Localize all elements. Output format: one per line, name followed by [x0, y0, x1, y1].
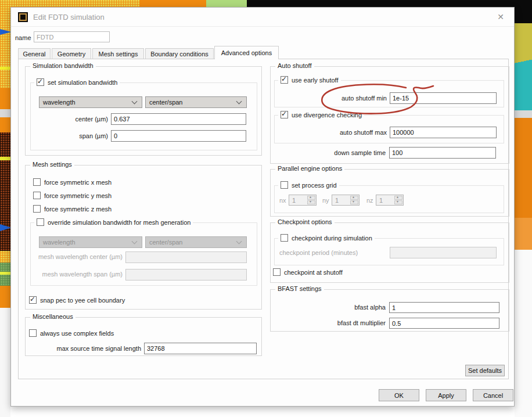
auto-shutoff-min-input[interactable]: [390, 92, 497, 104]
group-title: BFAST settings: [275, 285, 324, 292]
spin-up-icon[interactable]: [350, 196, 358, 200]
mesh-center-input[interactable]: [125, 251, 247, 263]
max-source-input[interactable]: [144, 343, 257, 354]
group-title: Parallel engine options: [275, 165, 344, 172]
force-symmetric-z-checkbox[interactable]: force symmetric z mesh: [33, 205, 112, 213]
cad-pattern-topleft: [0, 0, 139, 7]
auto-shutoff-max-label: auto shutoff max: [310, 129, 387, 136]
cad-left-strip-8: [0, 286, 10, 308]
tab-mesh-settings[interactable]: Mesh settings: [92, 48, 144, 59]
cad-yellow-line-1: [0, 67, 10, 70]
cad-left-strip-9: [0, 308, 10, 417]
checkpoint-period-input[interactable]: [390, 247, 497, 258]
spin-down-icon[interactable]: [350, 200, 358, 204]
mesh-span-input[interactable]: [125, 269, 247, 281]
use-divergence-box: use divergence checking auto shutoff max: [274, 115, 504, 143]
cad-yellow-line-2: [0, 157, 10, 160]
ny-stepper[interactable]: 1: [332, 195, 360, 206]
bandwidth-range-dropdown[interactable]: center/span: [145, 96, 247, 108]
checkpoint-during-checkbox[interactable]: checkpoint during simulation: [278, 234, 375, 242]
cad-left-strip-1: [0, 0, 10, 88]
override-bandwidth-box: override simulation bandwidth for mesh g…: [30, 222, 257, 286]
auto-shutoff-max-input[interactable]: [390, 127, 497, 138]
mesh-bandwidth-mode-dropdown[interactable]: wavelength: [39, 236, 142, 248]
force-symmetric-y-checkbox[interactable]: force symmetric y mesh: [33, 192, 112, 199]
spin-down-icon[interactable]: [394, 200, 402, 204]
apply-button[interactable]: Apply: [426, 389, 466, 401]
bfast-dt-input[interactable]: [389, 318, 499, 329]
dialog-title: Edit FDTD simulation: [33, 13, 105, 21]
cancel-button[interactable]: Cancel: [473, 389, 513, 401]
snap-pec-checkbox[interactable]: snap pec to yee cell boundary: [29, 296, 125, 304]
down-sample-input[interactable]: [389, 147, 496, 159]
tab-general[interactable]: General: [18, 48, 51, 59]
use-early-shutoff-box: use early shutoff auto shutoff min: [274, 80, 504, 107]
group-title: Miscellaneous: [30, 313, 76, 320]
spin-up-icon[interactable]: [307, 196, 315, 200]
spin-up-icon[interactable]: [394, 196, 402, 200]
checkbox-box: [29, 329, 37, 337]
app-icon: [18, 12, 28, 22]
checkbox-box: [33, 192, 41, 199]
tab-geometry[interactable]: Geometry: [52, 48, 91, 59]
span-label: span (µm): [31, 132, 108, 139]
title-bar[interactable]: Edit FDTD simulation ✕: [11, 8, 514, 27]
nx-label: nx: [279, 197, 286, 204]
close-icon[interactable]: ✕: [495, 12, 506, 22]
override-bandwidth-checkbox[interactable]: override simulation bandwidth for mesh g…: [34, 218, 193, 226]
checkbox-box: [37, 218, 44, 226]
group-parallel-engine: Parallel engine options set process grid…: [270, 169, 509, 217]
tab-boundary-conditions[interactable]: Boundary conditions: [145, 48, 214, 59]
cad-orange-top: [139, 0, 206, 7]
set-process-grid-box: set process grid nx 1 ny 1 nz 1: [274, 185, 504, 213]
tab-advanced-options[interactable]: Advanced options: [214, 46, 279, 59]
cad-right-orange-light: [515, 218, 532, 250]
center-input[interactable]: [111, 113, 246, 125]
set-defaults-button[interactable]: Set defaults: [465, 365, 505, 376]
group-mesh-settings: Mesh settings force symmetric x mesh for…: [25, 165, 262, 310]
mesh-bandwidth-range-dropdown[interactable]: center/span: [145, 236, 247, 248]
group-title: Simulation bandwidth: [30, 62, 96, 69]
checkbox-box: [281, 111, 288, 118]
set-simulation-bandwidth-box: set simulation bandwidth wavelength cent…: [30, 82, 257, 150]
checkpoint-period-label: checkpoint period (minutes): [279, 249, 358, 256]
cad-right-black: [515, 0, 532, 23]
cad-right-orange: [515, 118, 532, 218]
group-simulation-bandwidth: Simulation bandwidth set simulation band…: [25, 66, 262, 156]
set-process-grid-checkbox[interactable]: set process grid: [278, 181, 339, 189]
spin-down-icon[interactable]: [307, 200, 315, 204]
cad-green-top: [206, 0, 247, 7]
down-sample-label: down sample time: [305, 149, 386, 156]
checkpoint-during-box: checkpoint during simulation checkpoint …: [274, 238, 504, 265]
cad-left-strip-3: [0, 109, 10, 117]
max-source-label: max source time signal length: [26, 345, 141, 352]
nx-stepper[interactable]: 1: [289, 195, 317, 206]
name-label: name: [15, 34, 31, 41]
span-input[interactable]: [111, 130, 246, 142]
group-checkpoint: Checkpoint options checkpoint during sim…: [270, 222, 509, 283]
ok-button[interactable]: OK: [379, 389, 419, 401]
bfast-dt-label: bfast dt multiplier: [288, 319, 386, 326]
checkbox-box: [273, 268, 281, 276]
mesh-center-label: mesh wavelength center (µm): [31, 253, 123, 260]
checkbox-box: [29, 296, 37, 304]
use-early-shutoff-checkbox[interactable]: use early shutoff: [278, 76, 341, 84]
bfast-alpha-input[interactable]: [389, 302, 499, 313]
force-symmetric-x-checkbox[interactable]: force symmetric x mesh: [33, 178, 112, 186]
group-title: Mesh settings: [30, 161, 74, 168]
complex-fields-checkbox[interactable]: always use complex fields: [29, 329, 114, 337]
checkpoint-at-shutoff-checkbox[interactable]: checkpoint at shutoff: [273, 268, 343, 276]
use-divergence-checkbox[interactable]: use divergence checking: [278, 111, 364, 118]
group-title: Auto shutoff: [275, 62, 314, 69]
bandwidth-mode-dropdown[interactable]: wavelength: [39, 96, 142, 108]
checkbox-box: [33, 205, 41, 213]
checkbox-box: [37, 78, 44, 86]
name-input[interactable]: [34, 31, 110, 42]
set-simulation-bandwidth-checkbox[interactable]: set simulation bandwidth: [34, 78, 120, 86]
nz-stepper[interactable]: 1: [376, 195, 404, 206]
checkbox-box: [33, 178, 41, 186]
group-auto-shutoff: Auto shutoff use early shutoff auto shut…: [270, 66, 509, 164]
cad-right-olive-teal: [515, 23, 532, 110]
group-bfast: BFAST settings bfast alpha bfast dt mult…: [270, 289, 509, 332]
cad-left-strip-5: [0, 132, 10, 251]
